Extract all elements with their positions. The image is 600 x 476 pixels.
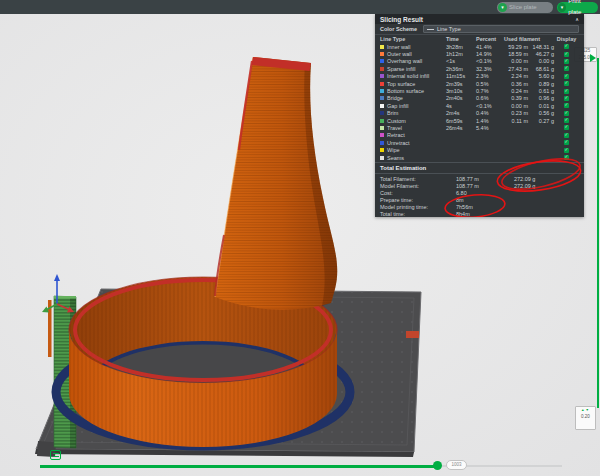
color-swatch <box>380 45 384 49</box>
line-type-table: Inner wall3h28m41.4%59.29 m148.31 g Oute… <box>375 43 584 161</box>
table-row: Seams <box>375 154 584 161</box>
color-swatch <box>380 82 384 86</box>
table-row: Brim2m4s0.4%0.23 m0.56 g <box>375 110 584 117</box>
line-type-label: Bridge <box>387 95 403 101</box>
line-type-label: Overhang wall <box>387 58 422 64</box>
color-swatch <box>380 96 384 100</box>
slice-plate-label: Slice plate <box>509 2 537 13</box>
color-scheme-row: Color Scheme Line Type <box>375 24 584 35</box>
table-row: Bottom surface3m10s0.7%0.24 m0.61 g <box>375 87 584 94</box>
slice-dropdown-icon[interactable]: ▾ <box>498 3 507 12</box>
line-type-label: Seams <box>387 155 404 161</box>
display-checkbox[interactable] <box>564 140 569 145</box>
color-swatch <box>380 59 384 63</box>
divider <box>375 173 584 174</box>
display-checkbox[interactable] <box>564 66 569 71</box>
slicing-result-panel: Slicing Result ∧ Color Scheme Line Type … <box>375 14 584 217</box>
panel-header: Slicing Result ∧ <box>375 14 584 24</box>
move-slider-track[interactable] <box>40 465 438 468</box>
slider-mode-icon[interactable] <box>50 450 61 460</box>
color-swatch <box>380 126 384 130</box>
display-checkbox[interactable] <box>564 74 569 79</box>
display-checkbox[interactable] <box>564 96 569 101</box>
slicer-app-window: { "topbar": { "slice_button_label": "Sli… <box>0 0 600 476</box>
color-swatch <box>380 104 384 108</box>
layer-slider-handle[interactable] <box>590 54 596 62</box>
table-row: Gap infill4s<0.1%0.00 m0.01 g <box>375 102 584 109</box>
display-checkbox[interactable] <box>564 155 569 160</box>
display-checkbox[interactable] <box>564 44 569 49</box>
col-time: Time <box>446 36 476 42</box>
col-percent: Percent <box>476 36 504 42</box>
table-header: Line Type Time Percent Used filament Dis… <box>375 35 584 43</box>
table-row: Inner wall3h28m41.4%59.29 m148.31 g <box>375 43 584 50</box>
table-row: Top surface2m39s0.5%0.36 m0.89 g <box>375 80 584 87</box>
print-dropdown-icon[interactable]: ▾ <box>558 3 566 12</box>
display-checkbox[interactable] <box>564 148 569 153</box>
move-slider-value: 1003 <box>446 460 467 470</box>
layer-slider-bottom-box[interactable]: ▲▼ 0.20 <box>575 406 596 430</box>
color-swatch <box>380 89 384 93</box>
line-type-label: Sparse infill <box>387 66 415 72</box>
table-row: Outer wall1h12m14.9%18.59 m46.27 g <box>375 50 584 57</box>
color-swatch <box>380 111 384 115</box>
bottom-layer-value: 0.20 <box>576 413 595 420</box>
table-row: Internal solid infill11m15s2.3%2.24 m5.6… <box>375 73 584 80</box>
color-scheme-value: Line Type <box>437 26 461 32</box>
layer-slider-track[interactable] <box>597 58 599 408</box>
line-type-label: Custom <box>387 118 406 124</box>
line-type-label: Wipe <box>387 147 400 153</box>
color-scheme-select[interactable]: Line Type <box>423 25 579 33</box>
total-row: Total Filament:108.77 m272.09 g <box>375 175 584 182</box>
total-row: Prepare time:8m <box>375 196 584 203</box>
table-row: Sparse infill2h36m32.3%27.43 m68.61 g <box>375 65 584 72</box>
panel-title: Slicing Result <box>380 16 423 23</box>
display-checkbox[interactable] <box>564 81 569 86</box>
color-swatch <box>380 133 384 137</box>
display-checkbox[interactable] <box>564 52 569 57</box>
display-checkbox[interactable] <box>564 118 569 123</box>
col-display: Display <box>554 36 579 42</box>
line-type-label: Inner wall <box>387 44 411 50</box>
line-type-label: Top surface <box>387 81 415 87</box>
total-estimation-title: Total Estimation <box>375 164 584 172</box>
total-row: Total time:8h4m <box>375 210 584 217</box>
line-type-label: Brim <box>387 110 398 116</box>
total-row: Model printing time:7h56m <box>375 203 584 210</box>
color-swatch <box>380 141 384 145</box>
table-row: Bridge2m40s0.6%0.39 m0.96 g <box>375 95 584 102</box>
move-slider-handle[interactable] <box>433 461 442 470</box>
line-type-label: Internal solid infill <box>387 73 429 79</box>
line-type-label: Unretract <box>387 140 410 146</box>
color-swatch <box>380 74 384 78</box>
slice-plate-button[interactable]: ▾ Slice plate <box>497 2 553 13</box>
color-swatch <box>380 67 384 71</box>
table-row: Overhang wall<1s<0.1%0.00 m0.00 g <box>375 58 584 65</box>
display-checkbox[interactable] <box>564 103 569 108</box>
line-type-label: Retract <box>387 132 405 138</box>
print-plate-button[interactable]: ▾ Print plate <box>557 2 598 13</box>
display-checkbox[interactable] <box>564 125 569 130</box>
display-checkbox[interactable] <box>564 133 569 138</box>
color-swatch <box>380 156 384 160</box>
table-row: Custom6m59s1.4%0.11 m0.27 g <box>375 117 584 124</box>
print-plate-label: Print plate <box>568 0 593 18</box>
table-row: Travel26m4s5.4% <box>375 124 584 131</box>
line-type-label: Outer wall <box>387 51 412 57</box>
display-checkbox[interactable] <box>564 111 569 116</box>
color-swatch <box>380 119 384 123</box>
display-checkbox[interactable] <box>564 89 569 94</box>
color-swatch <box>380 52 384 56</box>
line-type-label: Bottom surface <box>387 88 424 94</box>
top-bar: ▾ Slice plate ▾ Print plate <box>0 0 600 14</box>
color-scheme-label: Color Scheme <box>380 26 417 32</box>
col-used-filament: Used filament <box>504 36 554 42</box>
line-type-icon <box>427 29 434 30</box>
color-swatch <box>380 148 384 152</box>
total-estimation-table: Total Filament:108.77 m272.09 g Model Fi… <box>375 175 584 217</box>
display-checkbox[interactable] <box>564 59 569 64</box>
table-row: Unretract <box>375 139 584 146</box>
col-line-type: Line Type <box>380 36 446 42</box>
divider <box>375 162 584 163</box>
line-type-label: Gap infill <box>387 103 408 109</box>
